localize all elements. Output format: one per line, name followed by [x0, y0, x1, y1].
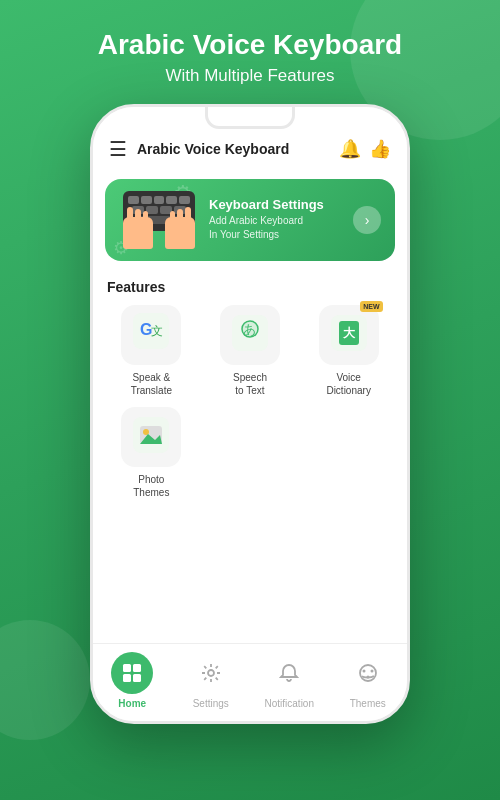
bg-decoration-2 [0, 620, 90, 740]
app-name: Arabic Voice Keyboard [137, 141, 339, 157]
app-bar-icons: 🔔 👍 [339, 138, 391, 160]
banner-arrow[interactable]: › [353, 206, 381, 234]
themes-label: Themes [350, 698, 386, 709]
speak-translate-label: Speak &Translate [131, 371, 172, 397]
bell-icon[interactable]: 🔔 [339, 138, 361, 160]
main-subtitle: With Multiple Features [98, 66, 402, 86]
home-icon [111, 652, 153, 694]
photo-themes-icon [133, 417, 169, 457]
hand-right [165, 217, 195, 249]
header: Arabic Voice Keyboard With Multiple Feat… [98, 28, 402, 86]
features-grid: G 文 Speak &Translate あ [107, 305, 393, 397]
svg-point-20 [362, 669, 365, 672]
svg-point-21 [370, 669, 373, 672]
keyboard-settings-banner[interactable]: ⚙ ⚙ [105, 179, 395, 261]
speak-translate-icon-box: G 文 [121, 305, 181, 365]
notification-icon [268, 652, 310, 694]
svg-text:大: 大 [342, 326, 356, 340]
settings-icon [190, 652, 232, 694]
svg-point-19 [360, 665, 376, 681]
menu-icon[interactable]: ☰ [109, 137, 127, 161]
features-label: Features [107, 279, 393, 295]
photo-themes-label: PhotoThemes [133, 473, 169, 499]
bottom-nav: Home Settings Notification [93, 643, 407, 721]
svg-text:あ: あ [243, 322, 256, 337]
svg-rect-15 [133, 664, 141, 672]
phone-notch [205, 107, 295, 129]
hand-left [123, 217, 153, 249]
notification-label: Notification [265, 698, 314, 709]
phone-mockup: ☰ Arabic Voice Keyboard 🔔 👍 ⚙ ⚙ [90, 104, 410, 724]
new-badge: NEW [360, 301, 382, 312]
speech-to-text-icon-box: あ [220, 305, 280, 365]
home-label: Home [118, 698, 146, 709]
svg-point-18 [208, 670, 214, 676]
svg-rect-14 [123, 664, 131, 672]
nav-item-home[interactable]: Home [93, 652, 172, 709]
banner-text: Keyboard Settings Add Arabic KeyboardIn … [209, 197, 343, 242]
photo-themes-icon-box [121, 407, 181, 467]
speech-to-text-label: Speechto Text [233, 371, 267, 397]
voice-dictionary-icon: 大 [331, 315, 367, 355]
svg-rect-16 [123, 674, 131, 682]
speech-to-text-icon: あ [232, 315, 268, 355]
svg-text:文: 文 [151, 324, 163, 338]
features-section: Features G 文 Speak &Translate [93, 269, 407, 643]
feature-speak-translate[interactable]: G 文 Speak &Translate [107, 305, 196, 397]
svg-rect-17 [133, 674, 141, 682]
main-title: Arabic Voice Keyboard [98, 28, 402, 62]
voice-dictionary-label: VoiceDictionary [326, 371, 370, 397]
thumb-icon[interactable]: 👍 [369, 138, 391, 160]
settings-label: Settings [193, 698, 229, 709]
feature-voice-dictionary[interactable]: NEW 大 VoiceDictionary [304, 305, 393, 397]
voice-dictionary-icon-box: NEW 大 [319, 305, 379, 365]
themes-icon [347, 652, 389, 694]
banner-subtitle: Add Arabic KeyboardIn Your Settings [209, 214, 343, 242]
nav-item-settings[interactable]: Settings [172, 652, 251, 709]
feature-photo-themes[interactable]: PhotoThemes [107, 407, 196, 499]
feature-speech-to-text[interactable]: あ Speechto Text [206, 305, 295, 397]
keyboard-illustration [119, 191, 199, 249]
speak-translate-icon: G 文 [133, 313, 169, 356]
nav-item-themes[interactable]: Themes [329, 652, 408, 709]
features-grid-row2: PhotoThemes [107, 407, 393, 499]
nav-item-notification[interactable]: Notification [250, 652, 329, 709]
banner-title: Keyboard Settings [209, 197, 343, 212]
